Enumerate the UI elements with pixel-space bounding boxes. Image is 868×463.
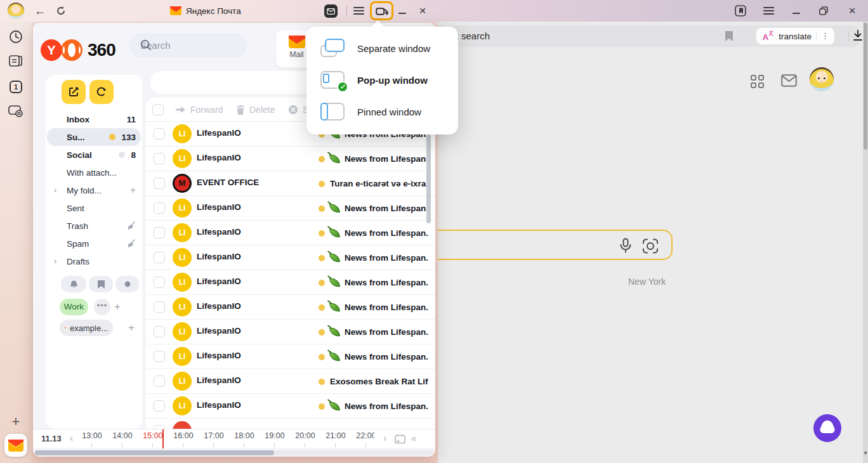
label-dot-button[interactable] <box>115 276 139 292</box>
message-checkbox[interactable] <box>154 375 165 387</box>
image-search-icon[interactable] <box>642 238 659 254</box>
folder-expand-icon[interactable]: › <box>54 257 56 265</box>
folder-item[interactable]: › Trash + <box>47 217 141 235</box>
folder-item[interactable]: › Sent + <box>47 199 141 217</box>
message-row[interactable]: LI LifespanIO Exosomes Break Rat Lif <box>146 369 435 394</box>
tag-more-button[interactable]: ••• <box>94 299 110 315</box>
message-row[interactable]: LI LifespanIO News from Lifespan. <box>146 320 435 344</box>
message-subject: News from Lifespan. <box>345 401 428 411</box>
message-row[interactable]: LI LifespanIO News from Lifespan. <box>146 270 435 295</box>
message-checkbox[interactable] <box>154 351 165 362</box>
clear-folder-icon[interactable] <box>126 221 136 231</box>
message-checkbox[interactable] <box>154 153 165 164</box>
timeline-next-icon[interactable]: › <box>383 429 386 447</box>
page-search-box[interactable] <box>429 230 673 260</box>
message-checkbox[interactable] <box>154 252 165 263</box>
message-checkbox[interactable] <box>154 227 165 238</box>
message-row[interactable]: LI LifespanIO News from Lifespan. <box>146 221 435 245</box>
refresh-icon[interactable] <box>56 6 66 16</box>
folder-expand-icon[interactable]: › <box>54 186 56 194</box>
message-row[interactable]: M EVENT OFFICE Turan e-ticarət və e-ixra <box>146 171 435 196</box>
page-scrollbar[interactable]: ▼ <box>863 22 868 463</box>
folder-item[interactable]: › Spam + <box>47 235 141 252</box>
popup-minimize-button[interactable] <box>398 13 406 14</box>
horizontal-scrollbar[interactable] <box>34 450 434 455</box>
folder-item[interactable]: › Social + 8 <box>47 146 141 164</box>
notifications-button[interactable] <box>61 276 86 292</box>
collapse-timeline-icon[interactable]: « <box>411 429 416 447</box>
folder-item[interactable]: › Su... + 133 <box>47 128 141 146</box>
profile-avatar[interactable] <box>8 3 24 19</box>
message-checkbox[interactable] <box>154 202 165 214</box>
alice-assistant-button[interactable] <box>813 414 842 443</box>
message-checkbox[interactable] <box>154 178 165 189</box>
calendar-icon[interactable] <box>395 434 405 444</box>
message-checkbox[interactable] <box>154 277 165 288</box>
page-scrollbar-thumb[interactable] <box>864 23 867 150</box>
select-all-checkbox[interactable] <box>152 104 164 115</box>
address-bar[interactable]: net search A translate ⋮ <box>433 25 860 47</box>
timeline-prev-icon[interactable]: ‹ <box>70 429 73 447</box>
message-row[interactable]: LI LifespanIO News from Lifespan. <box>146 245 435 270</box>
services-grid-icon[interactable] <box>751 75 764 88</box>
tag-work[interactable]: Work <box>60 299 88 315</box>
translate-button[interactable]: A translate ⋮ <box>756 27 835 45</box>
folder-item[interactable]: › Drafts + <box>47 252 141 270</box>
side-panel-button[interactable] <box>735 5 746 16</box>
add-tag-button[interactable]: + <box>114 301 121 313</box>
translate-more-icon[interactable]: ⋮ <box>821 33 829 39</box>
message-row[interactable]: LI LifespanIO News from Lifespan. <box>146 344 435 369</box>
mail-quick-icon[interactable] <box>324 4 338 18</box>
message-checkbox[interactable] <box>154 301 165 313</box>
folder-item[interactable]: › My fold... + <box>47 181 141 199</box>
mail-search-input[interactable]: Search <box>129 33 247 58</box>
folder-item[interactable]: › Inbox + 11 <box>47 110 141 128</box>
history-icon[interactable] <box>0 30 32 44</box>
window-mode-button[interactable] <box>370 1 393 20</box>
dropdown-item[interactable]: Pinned window <box>306 96 458 127</box>
location-label[interactable]: New York <box>628 277 666 287</box>
voice-search-icon[interactable] <box>619 238 632 254</box>
dropdown-item[interactable]: ✓ Pop-up window <box>306 64 458 96</box>
message-row[interactable]: LI LifespanIO News from Lifespan. <box>146 394 435 419</box>
delete-button[interactable]: Delete <box>236 98 275 122</box>
dropdown-item-label: Pop-up window <box>357 75 428 86</box>
message-row[interactable]: a <box>146 419 435 429</box>
bookmark-icon[interactable] <box>725 30 733 42</box>
forward-button[interactable]: Forward <box>175 98 223 122</box>
add-account-button[interactable]: + <box>128 322 135 334</box>
compose-button[interactable] <box>62 80 86 104</box>
popup-menu-icon[interactable] <box>353 7 364 15</box>
message-checkbox[interactable] <box>154 128 165 140</box>
clear-folder-icon[interactable] <box>126 239 136 249</box>
spam-button[interactable]: S <box>288 98 308 122</box>
tab-counter-icon[interactable]: 1 <box>10 81 22 93</box>
scroll-down-arrow-icon[interactable]: ▼ <box>863 450 868 456</box>
page-mail-icon[interactable] <box>781 74 797 87</box>
account-avatar[interactable] <box>810 67 834 91</box>
feed-icon[interactable] <box>0 55 32 68</box>
add-panel-icon[interactable]: + <box>0 414 32 430</box>
folder-item[interactable]: › With attach... + <box>47 164 141 181</box>
mail-app-icon[interactable] <box>4 434 27 457</box>
browser-restore-button[interactable] <box>819 6 828 15</box>
popup-close-button[interactable]: × <box>414 0 431 22</box>
browser-close-button[interactable]: × <box>844 0 860 22</box>
back-icon[interactable]: ← <box>32 0 48 22</box>
message-row[interactable]: LI LifespanIO News from Lifespan. <box>146 147 435 171</box>
message-row[interactable]: LI LifespanIO News from Lifespan. <box>146 295 435 320</box>
list-scrollbar-thumb[interactable] <box>426 134 431 223</box>
horizontal-scrollbar-thumb[interactable] <box>35 450 274 455</box>
add-folder-icon[interactable]: + <box>130 185 136 195</box>
screenshot-icon[interactable] <box>0 105 32 119</box>
browser-menu-icon[interactable] <box>763 7 774 15</box>
check-mail-button[interactable] <box>89 80 114 104</box>
dropdown-item[interactable]: Separate window <box>306 32 458 64</box>
message-checkbox[interactable] <box>154 326 165 337</box>
download-icon[interactable] <box>852 29 864 42</box>
account-chip[interactable]: example... <box>60 320 113 336</box>
message-checkbox[interactable] <box>154 400 165 412</box>
bookmarks-button[interactable] <box>89 276 113 292</box>
message-row[interactable]: LI LifespanIO News from Lifespan. <box>146 196 435 221</box>
browser-minimize-button[interactable] <box>792 13 800 14</box>
